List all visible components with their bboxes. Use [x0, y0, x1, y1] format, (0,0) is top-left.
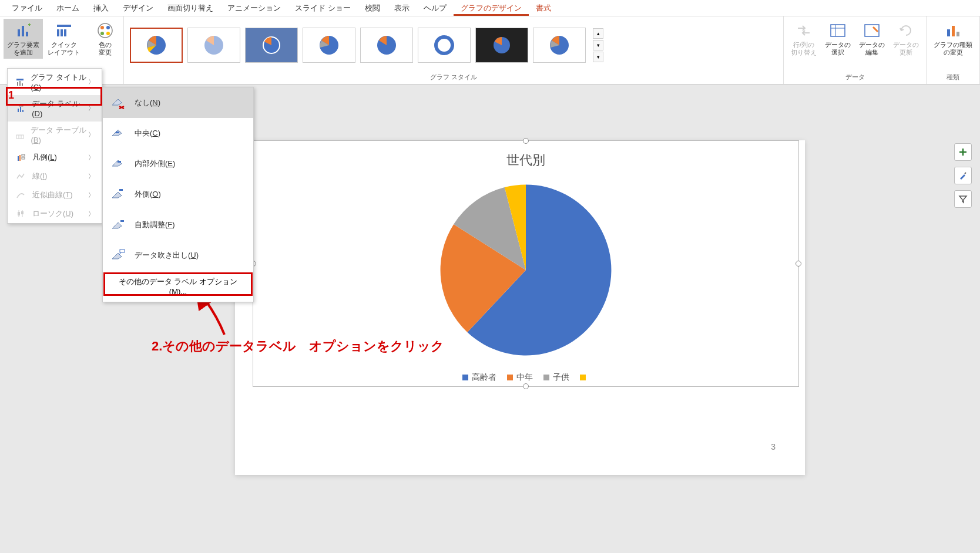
legend-icon [15, 151, 26, 163]
svg-rect-38 [18, 156, 19, 161]
data-label-none[interactable]: なし(N) [103, 87, 253, 118]
legend-swatch [462, 375, 468, 380]
svg-rect-40 [22, 154, 25, 156]
selection-handle[interactable] [523, 383, 529, 389]
styles-group-label: グラフ スタイル [127, 72, 780, 84]
data-label-callout[interactable]: データ吹き出し(U) [103, 240, 253, 271]
chart-styles-brush-button[interactable] [954, 167, 972, 184]
menu-review[interactable]: 校閲 [358, 1, 387, 16]
chevron-right-icon: 〉 [88, 130, 95, 139]
svg-rect-6 [64, 29, 66, 36]
svg-rect-33 [22, 110, 24, 112]
select-data-button[interactable]: データの 選択 [821, 19, 854, 59]
svg-rect-41 [22, 157, 25, 159]
menu-transitions[interactable]: 画面切り替え [160, 1, 220, 16]
chart-style-4[interactable] [303, 28, 355, 63]
gallery-more-button[interactable]: ▾ [593, 52, 603, 62]
legend-item[interactable]: 子供 [543, 372, 569, 383]
add-chart-element-button[interactable]: グラフ要素 を追加 [4, 19, 43, 59]
data-table-icon [15, 129, 25, 141]
legend-item[interactable]: 中年 [507, 372, 533, 383]
chart-style-6[interactable] [418, 28, 471, 63]
chevron-right-icon: 〉 [88, 77, 95, 86]
selection-handle[interactable] [796, 261, 801, 267]
type-group-label: 種類 [930, 72, 976, 84]
legend-label: 子供 [553, 372, 569, 383]
svg-rect-2 [26, 32, 28, 36]
lines-icon [15, 170, 26, 182]
legend-item[interactable]: 高齢者 [462, 372, 496, 383]
data-label-submenu: なし(N) 中央(C) 内部外側(E) 外側(O) 自動調整(F) データ吹き出… [102, 87, 254, 302]
chart-filter-button[interactable] [954, 190, 972, 208]
change-colors-button[interactable]: 色の 変更 [90, 19, 120, 59]
candle-icon [15, 208, 26, 220]
svg-rect-29 [19, 81, 21, 86]
annotation-text-2: 2.その他のデータラベル オプションをクリック [152, 338, 444, 355]
menu-view[interactable]: 表示 [387, 1, 417, 16]
annotation-number-1: 1 [8, 89, 14, 102]
menu-insert[interactable]: 挿入 [86, 1, 116, 16]
legend-item[interactable] [580, 372, 589, 383]
chart-elements-plus-button[interactable] [954, 143, 972, 161]
menu-data-table: データ テーブル(B) 〉 [8, 122, 102, 148]
selection-handle[interactable] [523, 138, 529, 144]
svg-point-10 [100, 32, 104, 35]
chart-style-2[interactable] [187, 28, 240, 63]
menu-chart-design[interactable]: グラフのデザイン [454, 1, 529, 16]
svg-rect-24 [947, 29, 950, 36]
data-label-best-fit[interactable]: 自動調整(F) [103, 210, 253, 240]
data-label-inside-end[interactable]: 内部外側(E) [103, 149, 253, 179]
label-none-icon [109, 93, 127, 112]
data-label-more-options[interactable]: その他のデータ ラベル オプション(M)... [103, 271, 253, 302]
gallery-down-button[interactable]: ▾ [593, 40, 603, 50]
switch-icon [794, 21, 813, 40]
svg-rect-4 [57, 29, 59, 36]
chart-style-7[interactable] [475, 28, 528, 63]
change-chart-type-button[interactable]: グラフの種類 の変更 [930, 19, 976, 59]
menu-slideshow[interactable]: スライド ショー [288, 1, 358, 16]
data-label-icon [15, 103, 26, 114]
label-center-icon [109, 124, 127, 143]
svg-rect-34 [19, 104, 23, 106]
chevron-right-icon: 〉 [88, 153, 95, 162]
chart-title[interactable]: 世代別 [253, 141, 798, 169]
refresh-data-button: データの 更新 [890, 19, 922, 59]
svg-rect-1 [22, 26, 24, 36]
quick-layout-button[interactable]: クイック レイアウト [44, 19, 83, 59]
add-element-menu: グラフ タイトル(C) 〉 データ ラベル(D) 〉 データ テーブル(B) 〉… [7, 68, 102, 224]
slide-canvas[interactable]: 世代別 高齢者中年子供 3 [235, 140, 805, 475]
data-group-label: データ [787, 72, 922, 84]
data-label-outside-end[interactable]: 外側(O) [103, 179, 253, 210]
edit-data-button[interactable]: データの 編集 [855, 19, 888, 59]
menu-lines: 線(I) 〉 [8, 167, 102, 186]
page-number: 3 [771, 442, 776, 451]
svg-point-9 [106, 26, 110, 29]
svg-rect-45 [21, 211, 24, 214]
svg-rect-35 [16, 135, 24, 139]
chart-style-1[interactable] [130, 28, 183, 63]
gallery-up-button[interactable]: ▴ [593, 28, 603, 39]
chart-legend[interactable]: 高齢者中年子供 [253, 372, 798, 383]
data-label-center[interactable]: 中央(C) [103, 118, 253, 149]
svg-point-7 [98, 23, 112, 38]
svg-rect-43 [18, 212, 20, 215]
menu-home[interactable]: ホーム [49, 1, 86, 16]
menu-file[interactable]: ファイル [5, 1, 49, 16]
gallery-scroll: ▴ ▾ ▾ [593, 28, 603, 62]
palette-icon [96, 21, 115, 40]
menu-data-label[interactable]: データ ラベル(D) 〉 [8, 95, 102, 122]
menu-format[interactable]: 書式 [529, 1, 558, 16]
menu-animations[interactable]: アニメーション [220, 1, 288, 16]
pie-chart[interactable] [253, 176, 798, 364]
menu-legend[interactable]: 凡例(L) 〉 [8, 148, 102, 167]
menu-help[interactable]: ヘルプ [417, 1, 454, 16]
svg-rect-25 [952, 26, 955, 36]
svg-rect-28 [17, 82, 18, 86]
menu-trendline: 近似曲線(T) 〉 [8, 186, 102, 204]
chart-style-8[interactable] [533, 28, 586, 63]
svg-rect-49 [120, 220, 124, 222]
chart-style-5[interactable] [360, 28, 413, 63]
menu-design[interactable]: デザイン [116, 1, 160, 16]
menu-chart-title[interactable]: グラフ タイトル(C) 〉 [8, 69, 102, 95]
chart-style-3[interactable] [245, 28, 298, 63]
